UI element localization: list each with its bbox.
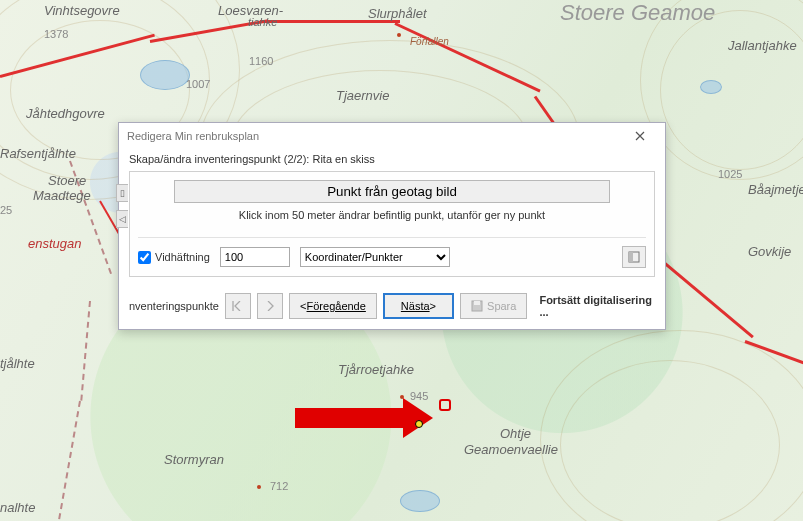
chevron-left-stop-icon — [232, 301, 244, 311]
map-label-jallantjahke: Jallantjahke — [728, 38, 797, 53]
vidhaftning-label: Vidhäftning — [155, 251, 210, 263]
dialog-titlebar[interactable]: Redigera Min renbruksplan — [119, 123, 665, 149]
side-tab-bottom[interactable]: ◁ — [116, 210, 128, 228]
dialog-subtitle: Skapa/ändra inventeringspunkt (2/2): Rit… — [119, 149, 665, 171]
map-label-geamoenvaellie: Geamoenvaellie — [464, 442, 558, 457]
map-label-tjalhte: tjålhte — [0, 356, 35, 371]
save-icon — [471, 300, 483, 312]
close-icon — [635, 131, 645, 141]
dialog-title: Redigera Min renbruksplan — [127, 130, 621, 142]
map-label-stormyran: Stormyran — [164, 452, 224, 467]
map-label-tjarroetjahke: Tjårroetjahke — [338, 362, 414, 377]
options-row: Vidhäftning Koordinater/Punkter — [138, 237, 646, 268]
next-button[interactable]: Nästa > — [383, 293, 454, 319]
elev-1160: 1160 — [249, 55, 273, 67]
map-label-govkije: Govkije — [748, 244, 791, 259]
map-label-ohtje: Ohtje — [500, 426, 531, 441]
elev-712: 712 — [270, 480, 288, 492]
hint-text: Klick inom 50 meter ändrar befintlig pun… — [138, 209, 646, 221]
close-button[interactable] — [621, 125, 659, 147]
map-label-nalhte: nalhte — [0, 500, 35, 515]
previous-button[interactable]: < Föregående — [289, 293, 377, 319]
map-label-slurphalet: Slurphålet — [368, 6, 427, 21]
dialog-main-frame: ▯ ◁ Punkt från geotag bild Klick inom 50… — [129, 171, 655, 277]
svg-rect-1 — [629, 252, 633, 262]
save-button[interactable]: Spara — [460, 293, 527, 319]
nav-first-button[interactable] — [225, 293, 251, 319]
map-label-jahtedhgovre: Jåhtedhgovre — [26, 106, 105, 121]
elev-1378: 1378 — [44, 28, 68, 40]
continue-digitizing-link[interactable]: Fortsätt digitalisering ... — [539, 294, 655, 318]
map-marker-red-square — [439, 399, 451, 411]
elev-1025: 1025 — [718, 168, 742, 180]
toolbar-icon-button[interactable] — [622, 246, 646, 268]
side-tab-top[interactable]: ▯ — [116, 184, 128, 202]
elev-1007: 1007 — [186, 78, 210, 90]
map-label-vinhtsegovre: Vinhtsegovre — [44, 3, 120, 18]
map-label-rafsentjalhte: Rafsentjålhte — [0, 146, 76, 161]
dialog-bottom-bar: nventeringspunkte < Föregående Nästa > S… — [119, 285, 665, 329]
map-label-tjaernvie: Tjaernvie — [336, 88, 389, 103]
geotag-button[interactable]: Punkt från geotag bild — [174, 180, 611, 203]
panel-icon — [628, 251, 640, 263]
vidhaftning-checkbox[interactable] — [138, 251, 151, 264]
map-label-baajmetje: Båajmetje — [748, 182, 803, 197]
svg-rect-4 — [474, 301, 480, 305]
dialog-edit-renbruksplan: Redigera Min renbruksplan Skapa/ändra in… — [118, 122, 666, 330]
map-label-stoere: Stoere — [48, 173, 86, 188]
truncated-left-label: nventeringspunkte — [129, 300, 219, 312]
map-label-enstugan: enstugan — [28, 236, 82, 251]
annotation-arrow — [295, 408, 405, 428]
map-marker-yellow-dot — [415, 420, 423, 428]
vidhaftning-input[interactable] — [220, 247, 290, 267]
koordinat-select[interactable]: Koordinater/Punkter — [300, 247, 450, 267]
map-label-loesvaren: Loesvaren- — [218, 3, 283, 18]
map-label-stoeregeamoe: Stoere Geamoe — [560, 0, 715, 26]
chevron-right-icon — [265, 301, 275, 311]
vidhaftning-checkbox-wrap[interactable]: Vidhäftning — [138, 251, 210, 264]
nav-prev-arrow-button[interactable] — [257, 293, 283, 319]
elev-25: 25 — [0, 204, 12, 216]
